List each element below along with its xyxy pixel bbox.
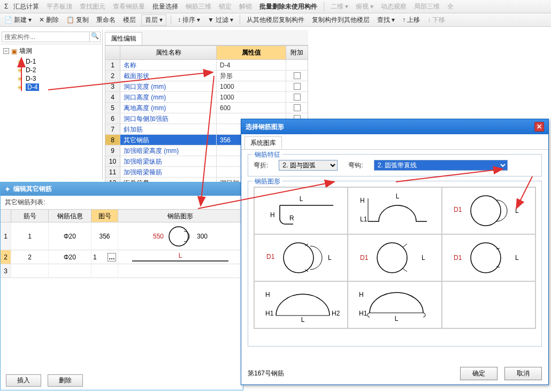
shape-cell-4[interactable]: D1L	[254, 234, 348, 281]
svg-point-11	[471, 196, 501, 226]
btn-sum[interactable]: Σ汇总计算	[2, 1, 41, 12]
svg-point-19	[471, 243, 501, 273]
rebar-row-1[interactable]: 1 1 Φ20 356 550 300	[1, 222, 243, 250]
toolbar-main: Σ汇总计算 平齐板顶 查找图元 查看钢筋量 批量选择 钢筋三维 锁定 解锁 批量…	[0, 0, 551, 13]
shape-dialog: 选择钢筋图形 ✕ 系统图库 钢筋特征 弯折: 2. 圆与圆弧 弯钩: 2. 圆弧…	[241, 119, 549, 385]
btn-part3d: 局部三维	[412, 1, 442, 12]
btn-batchsel[interactable]: 批量选择	[150, 1, 180, 12]
shape-cell-1[interactable]: LHR	[254, 187, 348, 234]
svg-text:L: L	[299, 195, 303, 203]
btn-batchdel[interactable]: 批量删除未使用构件	[257, 1, 319, 12]
btn-down: ↓ 下移	[425, 14, 447, 26]
fieldset-shapes: 钢筋图形 LHR HL1L D1L D1L LD1 LD1 HH1LH2 HH1…	[248, 181, 542, 347]
btn-del[interactable]: ✕ 删除	[37, 14, 61, 26]
svg-text:L: L	[328, 254, 332, 262]
toolbar-sub: 📄 新建 ▾ ✕ 删除 📋 复制 重命名 楼层 首层 ▾ ↕ 排序 ▾ ▼ 过滤…	[0, 13, 551, 27]
svg-text:L: L	[396, 193, 400, 200]
btn-new[interactable]: 📄 新建 ▾	[2, 14, 34, 26]
tab-prop-edit[interactable]: 属性编辑	[105, 32, 142, 45]
dialog-status: 第167号钢筋	[248, 369, 284, 378]
prop-row-4[interactable]: 4洞口高度 (mm)1000	[105, 92, 308, 103]
btn-sort[interactable]: ↕ 排序 ▾	[175, 14, 202, 26]
btn-all: 全	[445, 1, 456, 12]
search-icon[interactable]: 🔍	[90, 32, 101, 42]
btn-copyfrom[interactable]: 从其他楼层复制构件	[244, 14, 307, 26]
select-bend[interactable]: 2. 圆与圆弧	[279, 160, 338, 171]
dialog-title: 选择钢筋图形	[246, 122, 284, 132]
tree-item-d1[interactable]: ✳D-1	[17, 57, 99, 66]
svg-point-14	[284, 243, 313, 273]
col-prop-extra: 附加	[286, 46, 308, 59]
tree-item-d4[interactable]: ✳D-4	[17, 83, 99, 91]
btn-view: 俯视 ▾	[354, 1, 376, 12]
panel-title: ✦ 编辑其它钢筋	[1, 182, 243, 196]
cancel-button[interactable]: 取消	[504, 367, 542, 380]
insert-button[interactable]: 插入	[6, 374, 41, 387]
component-tree-panel: 🔍 − ▣ 墙洞 ✳D-1 ✳D-2 ✳D-3 ✳D-4	[0, 30, 103, 180]
tab-system-lib[interactable]: 系统图库	[244, 136, 282, 149]
btn-lock: 锁定	[217, 1, 234, 12]
lbl-bend: 弯折:	[254, 161, 268, 170]
select-hook[interactable]: 2. 圆弧带直线	[374, 160, 508, 171]
tree-item-d2[interactable]: ✳D-2	[17, 66, 99, 74]
close-icon[interactable]: ✕	[534, 122, 544, 132]
shape-cell-6[interactable]: LD1	[442, 234, 535, 281]
btn-unlock: 解锁	[237, 1, 254, 12]
shape-cell-8[interactable]: HH1L	[348, 281, 441, 328]
svg-text:L: L	[301, 316, 304, 324]
svg-text:D1: D1	[266, 253, 275, 260]
dd-2d: 二维 ▾	[328, 1, 350, 12]
btn-find2[interactable]: 查找 ▾	[375, 14, 397, 26]
btn-rename[interactable]: 重命名	[94, 14, 118, 26]
shape-cell-7[interactable]: HH1LH2	[254, 281, 348, 328]
col-fig: 图号	[91, 210, 118, 222]
svg-text:H: H	[270, 211, 275, 219]
other-rebar-panel: ✦ 编辑其它钢筋 其它钢筋列表: 筋号 钢筋信息 图号 钢筋图形 1 1 Φ20…	[0, 182, 243, 390]
svg-text:H: H	[359, 291, 364, 298]
shape-picker-button[interactable]: …	[108, 253, 116, 262]
rebar-row-2[interactable]: 2 2 Φ20 1… L	[1, 250, 243, 264]
btn-flat: 平齐板顶	[44, 1, 74, 12]
dd-floor[interactable]: 首层 ▾	[141, 14, 166, 26]
rebar-row-empty[interactable]: 3	[1, 264, 243, 278]
btn-find: 查找图元	[78, 1, 108, 12]
svg-text:L: L	[515, 207, 519, 214]
lbl-floor: 楼层	[121, 14, 138, 26]
btn-up[interactable]: ↑ 上移	[400, 14, 422, 26]
panel-subtitle: 其它钢筋列表:	[1, 196, 243, 209]
svg-text:L1: L1	[360, 216, 368, 223]
btn-filter[interactable]: ▼ 过滤 ▾	[205, 14, 235, 26]
svg-text:H1: H1	[265, 310, 274, 317]
tree-root[interactable]: − ▣ 墙洞	[3, 47, 99, 56]
tree-item-d3[interactable]: ✳D-3	[17, 74, 99, 83]
col-prop-name: 属性名称	[120, 46, 217, 59]
svg-text:L: L	[395, 315, 399, 322]
shape-cell-5[interactable]: LD1	[348, 234, 441, 281]
svg-text:H2: H2	[332, 310, 340, 317]
prop-row-2[interactable]: 2截面形状异形	[105, 71, 308, 81]
btn-rebar: 查看钢筋量	[111, 1, 147, 12]
svg-text:H1: H1	[359, 310, 368, 317]
lbl-hook: 弯钩:	[348, 161, 363, 170]
svg-text:L: L	[515, 254, 519, 262]
prop-row-5[interactable]: 5离地高度 (mm)600	[105, 103, 308, 113]
search-input[interactable]	[2, 32, 90, 42]
svg-text:D1: D1	[360, 254, 369, 262]
delete-button[interactable]: 删除	[48, 374, 83, 387]
shape-cell-2[interactable]: HL1L	[348, 187, 441, 234]
prop-row-3[interactable]: 3洞口宽度 (mm)1000	[105, 81, 308, 92]
btn-rebar3d: 钢筋三维	[183, 1, 213, 12]
shape-cell-3[interactable]: D1L	[442, 187, 535, 234]
col-info: 钢筋信息	[49, 210, 91, 222]
shape-cell-9[interactable]	[442, 281, 535, 328]
svg-text:D1: D1	[454, 206, 462, 213]
fieldset-features: 钢筋特征 弯折: 2. 圆与圆弧 弯钩: 2. 圆弧带直线	[248, 154, 542, 176]
svg-text:L: L	[422, 254, 425, 262]
col-num: 筋号	[11, 210, 49, 222]
ok-button[interactable]: 确定	[460, 367, 498, 380]
svg-point-16	[377, 243, 407, 273]
prop-row-1[interactable]: 1名称D-4	[105, 60, 308, 71]
btn-copy[interactable]: 📋 复制	[64, 14, 91, 26]
svg-text:H: H	[265, 291, 270, 298]
btn-copyto[interactable]: 复制构件到其他楼层	[310, 14, 372, 26]
